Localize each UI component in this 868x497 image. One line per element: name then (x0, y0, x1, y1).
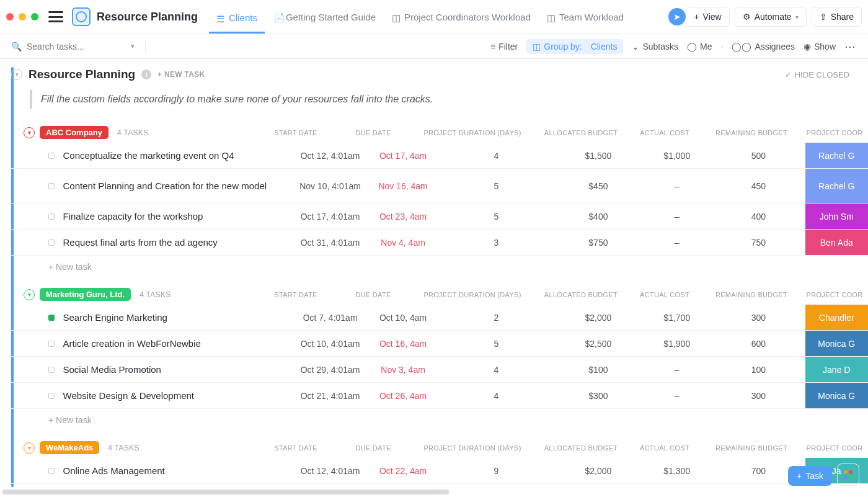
cell-project-coordinator[interactable]: Monica G (805, 383, 869, 408)
toolbar: 🔍 ▾ │ ≡Filter ◫Group by: Clients ⌄Subtas… (0, 34, 868, 59)
search-input-wrap: 🔍 ▾ │ (11, 42, 149, 51)
tab-getting-started-guide[interactable]: 📄Getting Started Guide (266, 7, 383, 27)
task-row[interactable]: Online Ads Management Oct 12, 4:01am Oct… (11, 458, 868, 484)
cell-project-coordinator[interactable]: Ben Ada (805, 230, 869, 255)
task-count: 4 TASKS (108, 444, 139, 452)
apps-grid-button[interactable] (837, 463, 859, 486)
group-name-badge[interactable]: ABC Company (40, 126, 108, 139)
cell-project-coordinator[interactable]: John Sm (805, 204, 869, 229)
task-row[interactable]: Request final arts from the ad agency Oc… (11, 230, 868, 256)
task-name: Content Planning and Creation for the ne… (63, 180, 293, 192)
automate-button[interactable]: ⚙Automate▾ (735, 7, 807, 27)
cell-project-coordinator[interactable]: Monica G (805, 331, 869, 356)
space-icon[interactable] (72, 7, 91, 26)
status-icon[interactable] (48, 213, 55, 220)
collapse-all-icon[interactable]: ▾ (11, 69, 22, 80)
more-options-icon[interactable]: ⋯ (844, 40, 857, 53)
tab-icon: ☰ (216, 14, 225, 22)
collapse-group-icon[interactable]: ▾ (24, 289, 35, 300)
info-icon[interactable]: i (141, 69, 151, 79)
cell-due-date: Oct 22, 4am (368, 466, 438, 476)
cell-duration: 2 (438, 313, 554, 323)
chevron-down-icon[interactable]: ▾ (131, 42, 135, 50)
task-name: Online Ads Management (63, 465, 293, 477)
status-icon[interactable] (48, 183, 55, 189)
view-header: ▾ Resource Planning i + NEW TASK ✓HIDE C… (11, 68, 868, 81)
cell-actual-cost: – (642, 181, 712, 191)
group-header: ▾ WeMakeAds 4 TASKS START DATEDUE DATEPR… (11, 441, 868, 454)
task-row[interactable]: Social Media Promotion Oct 29, 4:01am No… (11, 357, 868, 383)
cell-actual-cost: $1,300 (642, 466, 712, 476)
collapse-group-icon[interactable]: ▾ (24, 127, 35, 138)
search-input[interactable] (27, 42, 126, 51)
task-name: Search Engine Marketing (63, 311, 293, 324)
people-icon: ◯◯ (732, 42, 751, 51)
cell-allocated-budget: $450 (554, 181, 642, 191)
cell-allocated-budget: $1,500 (554, 151, 642, 161)
cell-project-coordinator[interactable]: Rachel G (805, 169, 869, 203)
maximize-icon[interactable] (31, 13, 38, 20)
cell-project-coordinator[interactable]: Rachel G (805, 143, 869, 168)
minimize-icon[interactable] (19, 13, 26, 20)
status-icon[interactable] (48, 153, 55, 159)
cell-allocated-budget: $750 (554, 238, 642, 248)
task-row[interactable]: Finalize capacity for the workshop Oct 1… (11, 204, 868, 230)
task-row[interactable]: Conceptualize the marketing event on Q4 … (11, 143, 868, 169)
tab-project-coordinators-workload[interactable]: ◫Project Coordinators Workload (384, 7, 538, 27)
cell-allocated-budget: $300 (554, 391, 642, 401)
new-task-button[interactable]: + NEW TASK (157, 70, 205, 79)
nav-forward-icon[interactable]: ➤ (668, 8, 686, 25)
group-name-badge[interactable]: WeMakeAds (40, 441, 99, 454)
grid-icon (844, 470, 852, 479)
tab-icon: ◫ (392, 12, 401, 21)
column-headers: START DATEDUE DATEPROJECT DURATION (DAYS… (255, 129, 868, 137)
status-icon[interactable] (48, 315, 55, 321)
new-task-row-button[interactable]: + New task (11, 256, 868, 272)
tab-clients[interactable]: ☰Clients (209, 7, 265, 34)
new-task-row-button[interactable]: + New task (11, 409, 868, 425)
cell-due-date: Nov 16, 4am (368, 181, 438, 191)
horizontal-scrollbar[interactable] (2, 490, 449, 495)
status-icon[interactable] (48, 468, 55, 474)
new-task-fab[interactable]: +Task (788, 466, 832, 486)
task-row[interactable]: Search Engine Marketing Oct 7, 4:01am Oc… (11, 305, 868, 331)
close-icon[interactable] (6, 13, 14, 20)
status-icon[interactable] (48, 240, 55, 246)
tab-team-workload[interactable]: ◫Team Workload (539, 7, 631, 27)
status-icon[interactable] (48, 341, 55, 347)
status-icon[interactable] (48, 367, 55, 373)
share-button[interactable]: ⇪Share (812, 7, 862, 27)
add-view-button[interactable]: +View (686, 7, 729, 27)
cell-allocated-budget: $2,000 (554, 466, 642, 476)
group: ▾ ABC Company 4 TASKS START DATEDUE DATE… (11, 126, 868, 272)
cell-remaining-budget: 600 (712, 339, 805, 349)
show-button[interactable]: ◉Show (804, 42, 836, 51)
cell-due-date: Oct 10, 4am (368, 313, 438, 323)
group-name-badge[interactable]: Marketing Guru, Ltd. (40, 288, 131, 301)
status-icon[interactable] (48, 393, 55, 399)
window-controls (6, 13, 38, 20)
person-icon: ◯ (687, 42, 697, 51)
group-by-button[interactable]: ◫Group by: Clients (526, 39, 623, 54)
task-row[interactable]: Website Design & Development Oct 21, 4:0… (11, 383, 868, 409)
cell-due-date: Nov 3, 4am (368, 365, 438, 375)
tab-icon: 📄 (273, 12, 282, 21)
page-title: Resource Planning (97, 11, 198, 24)
cell-duration: 5 (438, 181, 554, 191)
me-button[interactable]: ◯Me (687, 42, 712, 51)
cell-project-coordinator[interactable]: Chandler (805, 305, 869, 330)
subtasks-button[interactable]: ⌄Subtasks (632, 42, 678, 51)
task-row[interactable]: Article creation in WebForNewbie Oct 10,… (11, 331, 868, 357)
task-row[interactable]: Content Planning and Creation for the ne… (11, 169, 868, 204)
collapse-group-icon[interactable]: ▾ (24, 442, 35, 454)
group: ▾ WeMakeAds 4 TASKS START DATEDUE DATEPR… (11, 441, 868, 484)
task-count: 4 TASKS (140, 290, 170, 299)
filter-button[interactable]: ≡Filter (490, 42, 518, 51)
assignees-button[interactable]: ◯◯Assignees (732, 42, 795, 51)
group: ▾ Marketing Guru, Ltd. 4 TASKS START DAT… (11, 288, 868, 425)
task-name: Conceptualize the marketing event on Q4 (63, 150, 293, 162)
cell-actual-cost: $1,700 (642, 313, 712, 323)
menu-icon[interactable] (48, 11, 63, 22)
hide-closed-button[interactable]: ✓HIDE CLOSED (785, 70, 849, 79)
cell-project-coordinator[interactable]: Jane D (805, 357, 869, 382)
